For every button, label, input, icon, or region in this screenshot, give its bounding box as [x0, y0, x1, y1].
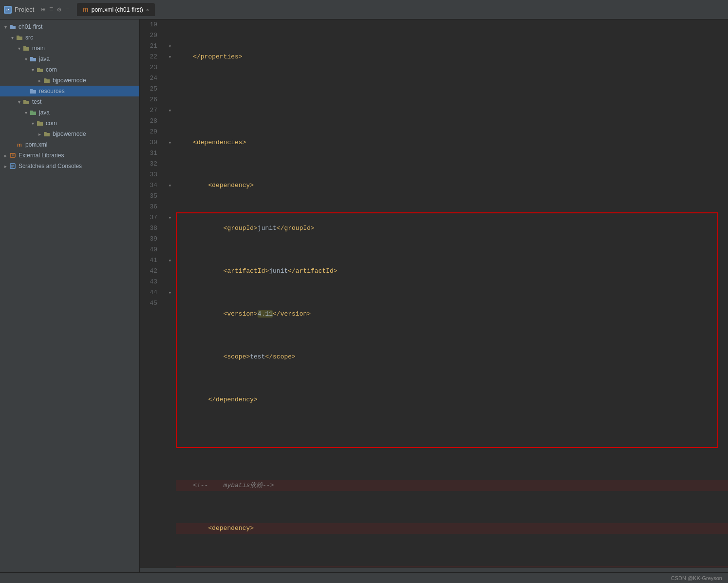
ln-31: 31: [140, 148, 160, 159]
label-bjpowernode-test: bjpowernode: [53, 131, 86, 137]
gutter-37[interactable]: ▾: [164, 212, 176, 223]
layout-icon[interactable]: ⊞: [41, 5, 45, 14]
main-area: ▾ ch01-first ▾ src ▾ main ▾: [0, 19, 728, 572]
ln-41: 41: [140, 255, 160, 266]
arrow-java-test: ▾: [22, 109, 29, 116]
code-line-25: <version>4.11</version>: [176, 309, 728, 320]
gutter-31: [164, 148, 176, 159]
code-line-22: <dependency>: [176, 180, 728, 191]
sidebar-item-main[interactable]: ▾ main: [0, 43, 139, 54]
ln-33: 33: [140, 169, 160, 180]
label-src: src: [25, 34, 33, 41]
gutter-32: [164, 159, 176, 169]
label-java-test: java: [39, 109, 50, 116]
folder-icon-ch01-first: [9, 23, 17, 31]
gutter-30[interactable]: ▾: [164, 137, 176, 148]
horizontal-scrollbar[interactable]: [140, 567, 728, 572]
arrow-resources: [22, 88, 29, 94]
folder-icon-bjpowernode-main: [43, 76, 51, 84]
arrow-bjpowernode-test: ▸: [36, 131, 43, 137]
label-java-main: java: [39, 56, 50, 62]
sidebar-item-pom-xml[interactable]: m pom.xml: [0, 139, 139, 150]
code-line-29: <!-- mybatis依赖-->: [176, 480, 728, 491]
gutter-45: [164, 298, 176, 309]
gutter-43: [164, 277, 176, 287]
code-container[interactable]: 19 20 21 22 23 24 25 26 27 28 29 30 31 3…: [140, 19, 728, 567]
gutter-19: [164, 19, 176, 30]
gutter-20: [164, 30, 176, 41]
gutter-29: [164, 127, 176, 137]
folder-icon-java-main: [29, 55, 37, 63]
ln-45: 45: [140, 298, 160, 309]
gutter-41[interactable]: ▾: [164, 255, 176, 266]
code-line-30: <dependency>: [176, 523, 728, 534]
ln-38: 38: [140, 223, 160, 234]
folder-icon-com-main: [36, 66, 44, 74]
gutter-22[interactable]: ▾: [164, 52, 176, 62]
editor-area: 19 20 21 22 23 24 25 26 27 28 29 30 31 3…: [140, 19, 728, 572]
code-line-26: <scope>test</scope>: [176, 352, 728, 362]
list-icon[interactable]: ≡: [49, 5, 53, 14]
ln-27: 27: [140, 105, 160, 116]
active-tab[interactable]: m pom.xml (ch01-first) ×: [77, 3, 155, 16]
folder-icon-test: [22, 98, 30, 106]
code-line-27: </dependency>: [176, 395, 728, 405]
gutter-35: [164, 191, 176, 202]
title-icons: ⊞ ≡ ⚙ −: [41, 5, 69, 14]
sidebar-item-src[interactable]: ▾ src: [0, 32, 139, 43]
ln-35: 35: [140, 191, 160, 202]
arrow-test: ▾: [16, 98, 22, 105]
ln-29: 29: [140, 127, 160, 137]
code-line-23: <groupId>junit</groupId>: [176, 223, 728, 234]
gutter-40: [164, 244, 176, 255]
xml-icon-pom: m: [16, 141, 23, 149]
gutter-27[interactable]: ▾: [164, 105, 176, 116]
sidebar-item-resources[interactable]: resources: [0, 86, 139, 96]
sidebar-item-java-main[interactable]: ▾ java: [0, 54, 139, 64]
folder-icon-src: [16, 34, 23, 41]
sidebar-item-java-test[interactable]: ▾ java: [0, 107, 139, 118]
ln-36: 36: [140, 202, 160, 212]
sidebar-item-bjpowernode-test[interactable]: ▸ bjpowernode: [0, 129, 139, 139]
sidebar: ▾ ch01-first ▾ src ▾ main ▾: [0, 19, 140, 572]
arrow-pom-xml: [9, 141, 16, 148]
title-bar-left: P Project ⊞ ≡ ⚙ −: [4, 5, 69, 14]
gutter-44[interactable]: ▾: [164, 287, 176, 298]
settings-icon[interactable]: ⚙: [57, 5, 61, 14]
label-com-main: com: [46, 66, 57, 73]
gutter-34[interactable]: ▾: [164, 180, 176, 191]
sidebar-item-scratches[interactable]: ▸ Scratches and Consoles: [0, 161, 139, 171]
tab-label: pom.xml (ch01-first): [92, 6, 143, 13]
tab-close-button[interactable]: ×: [146, 7, 149, 13]
ln-30: 30: [140, 137, 160, 148]
gutter-25: [164, 84, 176, 94]
code-line-24: <artifactId>junit</artifactId>: [176, 266, 728, 277]
label-pom-xml: pom.xml: [25, 141, 47, 148]
arrow-external-libraries: ▸: [2, 152, 9, 159]
sidebar-item-ch01-first[interactable]: ▾ ch01-first: [0, 21, 139, 32]
sidebar-item-test[interactable]: ▾ test: [0, 96, 139, 107]
arrow-com-test: ▾: [29, 120, 36, 127]
folder-icon-main: [22, 44, 30, 52]
gutter-36: [164, 202, 176, 212]
gutter-21[interactable]: ▾: [164, 41, 176, 52]
gutter-24: [164, 73, 176, 84]
code-line-28: [176, 437, 728, 448]
minimize-icon[interactable]: −: [65, 5, 69, 14]
title-bar: P Project ⊞ ≡ ⚙ − m pom.xml (ch01-first)…: [0, 0, 728, 19]
lib-icon-external: [9, 151, 17, 159]
arrow-com-main: ▾: [29, 66, 36, 73]
tab-bar: m pom.xml (ch01-first) ×: [77, 3, 155, 16]
ln-24: 24: [140, 73, 160, 84]
project-icon: P: [4, 6, 12, 14]
sidebar-item-com-test[interactable]: ▾ com: [0, 118, 139, 129]
project-title: Project: [15, 6, 34, 13]
sidebar-item-external-libraries[interactable]: ▸ External Libraries: [0, 150, 139, 161]
code-content[interactable]: </properties> <dependencies> <dependency…: [176, 19, 728, 567]
ln-23: 23: [140, 62, 160, 73]
sidebar-item-bjpowernode-main[interactable]: ▸ bjpowernode: [0, 75, 139, 86]
sidebar-item-com-main[interactable]: ▾ com: [0, 64, 139, 75]
svg-rect-2: [10, 153, 15, 157]
arrow-java-main: ▾: [22, 56, 29, 62]
status-bar: CSDN @KK-Greyson: [0, 572, 728, 583]
